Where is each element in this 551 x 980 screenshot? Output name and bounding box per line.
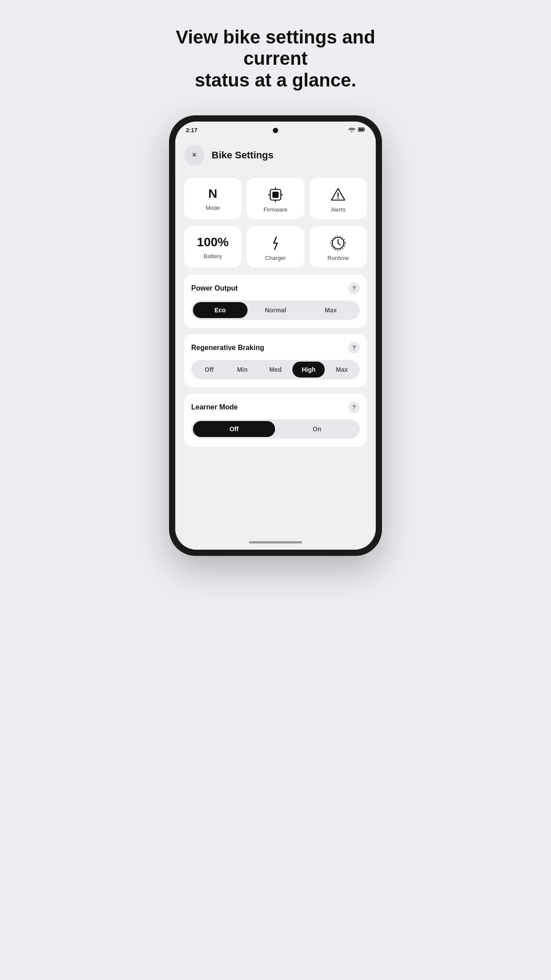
camera-cutout bbox=[273, 128, 278, 133]
settings-header: × Bike Settings bbox=[184, 145, 367, 165]
power-output-section: Power Output ? Eco Normal Max bbox=[184, 275, 367, 328]
close-button[interactable]: × bbox=[184, 145, 205, 165]
battery-label: Battery bbox=[204, 253, 222, 260]
regen-min-option[interactable]: Min bbox=[226, 362, 259, 378]
cards-row-1: N Mode Firmware bbox=[184, 178, 367, 219]
mode-card[interactable]: N Mode bbox=[184, 178, 241, 219]
charger-label: Charger bbox=[265, 255, 286, 261]
status-time: 2:17 bbox=[186, 127, 197, 134]
battery-value: 100% bbox=[197, 235, 229, 249]
app-content: × Bike Settings N Mode bbox=[175, 136, 376, 535]
regen-med-option[interactable]: Med bbox=[260, 362, 292, 378]
status-bar: 2:17 bbox=[175, 122, 376, 136]
regen-braking-toggle: Off Min Med High Max bbox=[191, 360, 360, 379]
svg-rect-1 bbox=[364, 129, 365, 130]
firmware-icon bbox=[268, 187, 283, 203]
power-eco-option[interactable]: Eco bbox=[193, 302, 248, 318]
regen-max-option[interactable]: Max bbox=[326, 362, 358, 378]
battery-card[interactable]: 100% Battery bbox=[184, 226, 241, 268]
power-output-title: Power Output bbox=[191, 284, 238, 292]
phone-device: 2:17 bbox=[169, 115, 382, 556]
regen-high-option[interactable]: High bbox=[292, 362, 325, 378]
svg-line-14 bbox=[338, 243, 340, 245]
power-output-toggle: Eco Normal Max bbox=[191, 300, 360, 320]
battery-icon bbox=[358, 127, 365, 134]
home-bar bbox=[249, 541, 302, 543]
firmware-label: Firmware bbox=[264, 206, 287, 213]
mode-label: Mode bbox=[205, 205, 220, 211]
learner-mode-section: Learner Mode ? Off On bbox=[184, 394, 367, 447]
learner-on-option[interactable]: On bbox=[276, 421, 358, 437]
settings-title: Bike Settings bbox=[212, 150, 273, 161]
wifi-icon bbox=[348, 127, 355, 134]
alerts-label: Alerts bbox=[331, 206, 346, 213]
svg-point-10 bbox=[338, 197, 339, 199]
learner-mode-toggle: Off On bbox=[191, 419, 360, 439]
alerts-icon bbox=[330, 187, 346, 203]
runtime-card[interactable]: Runtime bbox=[310, 226, 367, 268]
cards-row-2: 100% Battery Charger bbox=[184, 226, 367, 268]
svg-rect-2 bbox=[358, 128, 363, 131]
charger-card[interactable]: Charger bbox=[247, 226, 304, 268]
power-normal-option[interactable]: Normal bbox=[248, 302, 303, 318]
learner-mode-header: Learner Mode ? bbox=[191, 401, 360, 413]
charger-icon bbox=[268, 235, 283, 251]
alerts-card[interactable]: Alerts bbox=[310, 178, 367, 219]
learner-mode-title: Learner Mode bbox=[191, 403, 238, 411]
learner-off-option[interactable]: Off bbox=[193, 421, 275, 437]
svg-rect-4 bbox=[272, 192, 279, 198]
learner-mode-help[interactable]: ? bbox=[348, 401, 360, 413]
firmware-card[interactable]: Firmware bbox=[247, 178, 304, 219]
regen-braking-header: Regenerative Braking ? bbox=[191, 342, 360, 354]
page-wrapper: View bike settings and currentstatus at … bbox=[138, 27, 413, 556]
regen-braking-section: Regenerative Braking ? Off Min Med High … bbox=[184, 334, 367, 387]
runtime-label: Runtime bbox=[327, 255, 349, 261]
phone-screen: 2:17 bbox=[175, 122, 376, 550]
runtime-icon bbox=[330, 235, 346, 251]
home-indicator bbox=[175, 535, 376, 550]
mode-icon-n: N bbox=[209, 187, 217, 201]
power-output-help[interactable]: ? bbox=[348, 283, 360, 294]
regen-braking-help[interactable]: ? bbox=[348, 342, 360, 354]
regen-off-option[interactable]: Off bbox=[193, 362, 225, 378]
power-max-option[interactable]: Max bbox=[303, 302, 358, 318]
page-headline: View bike settings and currentstatus at … bbox=[138, 27, 413, 91]
power-output-header: Power Output ? bbox=[191, 283, 360, 294]
regen-braking-title: Regenerative Braking bbox=[191, 344, 264, 352]
status-icons bbox=[348, 127, 365, 134]
